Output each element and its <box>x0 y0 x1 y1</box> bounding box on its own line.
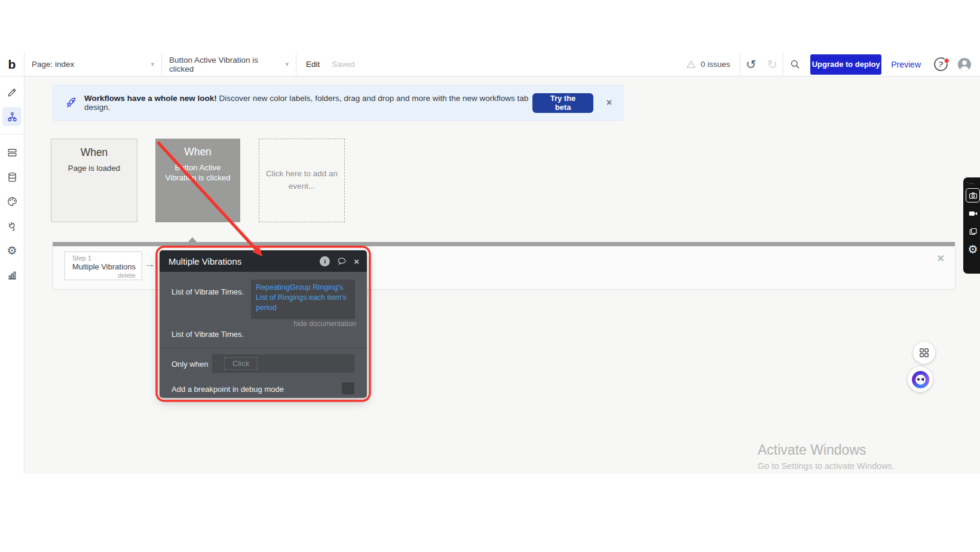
gear-glyph: ⚙ <box>967 243 978 256</box>
pencil-icon[interactable] <box>2 82 22 102</box>
divider <box>0 134 24 134</box>
step-delete-link[interactable]: delete <box>72 272 136 279</box>
workflows-beta-banner: Workflows have a whole new look! Discove… <box>53 85 623 121</box>
step-number: Step 1 <box>72 254 136 262</box>
action-properties-popup: Multiple Vibrations i × List of Vibrate … <box>160 250 367 398</box>
camera-icon[interactable] <box>966 188 980 203</box>
settings-gear-icon[interactable]: ⚙ <box>2 241 22 260</box>
banner-text: Workflows have a whole new look! Discove… <box>84 94 532 112</box>
undo-icon[interactable]: ↺ <box>740 58 762 70</box>
expression-value-box[interactable]: RepeatingGroup Ringing's List of Ringing… <box>251 280 355 319</box>
edit-mode-label[interactable]: Edit <box>306 60 320 69</box>
step-arrow-icon: → <box>144 257 155 271</box>
popup-close-icon[interactable]: × <box>354 256 359 266</box>
page-selector[interactable]: Page: index ▾ <box>24 53 161 76</box>
event-selector[interactable]: Button Active Vibration is clicked ▾ <box>162 53 296 76</box>
screen-capture-toolbar: ·… ⚙ <box>963 177 980 274</box>
event-selector-label: Button Active Vibration is clicked <box>169 56 277 73</box>
only-when-placeholder: Click <box>224 357 258 370</box>
upgrade-to-deploy-button[interactable]: Upgrade to deploy <box>810 54 881 75</box>
top-toolbar: b Page: index ▾ Button Active Vibration … <box>0 53 980 76</box>
activate-windows-watermark: Activate Windows Go to Settings to activ… <box>758 442 895 471</box>
issues-indicator[interactable]: 0 issues <box>686 59 730 69</box>
saved-status: Saved <box>332 60 354 69</box>
field-description: List of Vibrate Times. <box>172 330 244 339</box>
breakpoint-checkbox[interactable] <box>342 382 354 394</box>
workflow-icon[interactable] <box>2 107 22 126</box>
apps-grid-button[interactable] <box>913 342 935 364</box>
warning-icon <box>686 59 696 69</box>
event-title: When <box>51 146 137 159</box>
try-the-beta-button[interactable]: Try the beta <box>532 93 593 113</box>
popup-title: Multiple Vibrations <box>169 256 241 266</box>
popup-body: List of Vibrate Times. RepeatingGroup Ri… <box>160 272 367 398</box>
info-icon[interactable]: i <box>320 256 330 266</box>
field-label: List of Vibrate Times. <box>172 287 244 296</box>
divider <box>160 348 367 348</box>
popup-header[interactable]: Multiple Vibrations i × <box>160 250 367 272</box>
chevron-down-icon: ▾ <box>151 60 154 68</box>
event-title: When <box>163 146 233 158</box>
capture-settings-gear-icon[interactable]: ⚙ <box>966 242 980 256</box>
banner-close-icon[interactable]: × <box>607 97 612 108</box>
divider <box>296 53 296 76</box>
database-icon[interactable] <box>2 167 22 186</box>
drag-dots-icon[interactable]: ·… <box>966 179 975 186</box>
banner-highlight: Workflows have a whole new look! <box>84 94 217 103</box>
left-sidebar: ⚙ <box>0 76 24 474</box>
notification-dot <box>944 57 950 64</box>
issues-count: 0 issues <box>700 60 730 69</box>
user-avatar[interactable] <box>957 57 972 72</box>
comment-icon[interactable] <box>336 256 347 266</box>
add-event-card[interactable]: Click here to add an event... <box>259 139 345 222</box>
gear-glyph: ⚙ <box>7 245 17 256</box>
event-subtitle: Button Active Vibration is clicked <box>163 162 233 183</box>
event-subtitle: Page is loaded <box>51 163 137 173</box>
add-event-placeholder: Click here to add an event... <box>264 168 339 193</box>
pages-copy-icon[interactable] <box>966 224 980 238</box>
event-card-page-loaded[interactable]: When Page is loaded <box>51 139 137 222</box>
preview-link[interactable]: Preview <box>891 60 921 69</box>
ai-assistant-button[interactable] <box>908 367 933 392</box>
redo-icon[interactable]: ↻ <box>762 58 783 70</box>
only-when-label: Only when <box>172 360 208 369</box>
search-icon[interactable] <box>783 59 807 70</box>
video-icon[interactable] <box>966 206 980 220</box>
watermark-subtitle: Go to Settings to activate Windows. <box>758 461 895 471</box>
strip-close-icon[interactable]: × <box>937 252 944 265</box>
watermark-title: Activate Windows <box>758 442 895 458</box>
styles-palette-icon[interactable] <box>2 192 22 211</box>
bubble-logo[interactable]: b <box>0 57 24 72</box>
rocket-icon <box>65 97 77 109</box>
selected-event-pointer <box>188 237 197 242</box>
event-card-button-clicked-selected[interactable]: When Button Active Vibration is clicked <box>155 139 240 222</box>
chevron-down-icon: ▾ <box>285 60 289 68</box>
breakpoint-label: Add a breakpoint in debug mode <box>172 385 284 394</box>
help-icon[interactable]: ? <box>933 56 950 73</box>
hide-documentation-link[interactable]: hide documentation <box>293 320 356 328</box>
workflow-strip-divider <box>53 242 955 246</box>
plugins-plug-icon[interactable] <box>2 216 22 235</box>
logs-chart-icon[interactable] <box>2 265 22 284</box>
ai-assistant-icon <box>912 371 929 388</box>
page-selector-label: Page: index <box>32 60 74 69</box>
responsive-icon[interactable] <box>2 143 22 162</box>
step-card[interactable]: Step 1 Multiple Vibrations delete <box>65 252 142 280</box>
help-question-mark: ? <box>938 59 944 69</box>
step-name: Multiple Vibrations <box>72 262 136 271</box>
only-when-input[interactable]: Click <box>212 354 354 373</box>
